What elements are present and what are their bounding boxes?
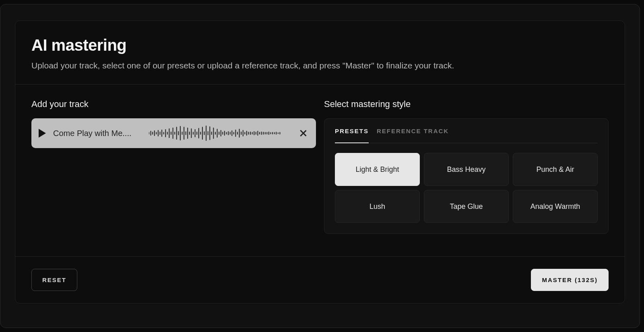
preset-tape-glue[interactable]: Tape Glue <box>424 190 509 223</box>
close-icon[interactable] <box>299 129 307 137</box>
preset-grid: Light & Bright Bass Heavy Punch & Air Lu… <box>335 153 598 223</box>
card: AI mastering Upload your track, select o… <box>15 21 625 303</box>
preset-bass-heavy[interactable]: Bass Heavy <box>424 153 509 186</box>
style-panel: PRESETS REFERENCE TRACK Light & Bright B… <box>324 118 609 234</box>
main-panel: AI mastering Upload your track, select o… <box>0 4 640 328</box>
tab-reference[interactable]: REFERENCE TRACK <box>377 119 449 143</box>
track-card: Come Play with Me.... <box>31 118 316 148</box>
track-name: Come Play with Me.... <box>53 129 132 138</box>
reset-button[interactable]: RESET <box>31 269 77 291</box>
preset-lush[interactable]: Lush <box>335 190 420 223</box>
right-column: Select mastering style PRESETS REFERENCE… <box>324 99 609 248</box>
page-title: AI mastering <box>31 36 609 54</box>
preset-light-bright[interactable]: Light & Bright <box>335 153 420 186</box>
master-button[interactable]: MASTER (132S) <box>531 269 609 291</box>
style-label: Select mastering style <box>324 99 609 109</box>
tab-presets[interactable]: PRESETS <box>335 119 369 143</box>
page-subtitle: Upload your track, select one of our pre… <box>31 61 609 70</box>
waveform[interactable] <box>139 125 292 141</box>
tabs: PRESETS REFERENCE TRACK <box>335 119 598 143</box>
footer: RESET MASTER (132S) <box>15 256 625 303</box>
preset-analog-warmth[interactable]: Analog Warmth <box>513 190 598 223</box>
add-track-label: Add your track <box>31 99 316 109</box>
play-icon[interactable] <box>39 129 46 138</box>
preset-punch-air[interactable]: Punch & Air <box>513 153 598 186</box>
header: AI mastering Upload your track, select o… <box>15 21 625 85</box>
left-column: Add your track Come Play with Me.... <box>31 99 316 248</box>
